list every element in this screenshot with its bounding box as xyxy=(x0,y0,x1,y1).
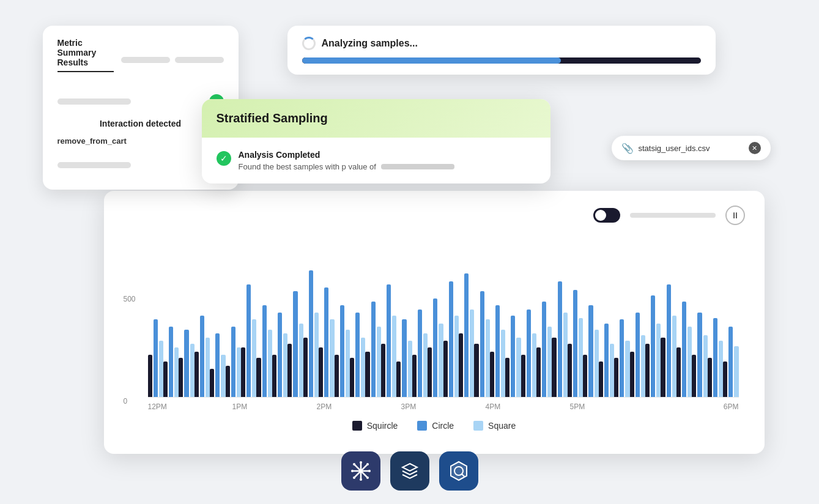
circle-bar xyxy=(697,313,702,397)
circle-bar xyxy=(262,305,267,397)
bar-group xyxy=(583,305,598,397)
squircle-swatch xyxy=(352,421,362,431)
loading-spinner xyxy=(302,37,316,50)
bar-group xyxy=(335,305,350,397)
bar-group xyxy=(645,295,661,397)
x-axis-label: 2PM xyxy=(317,402,401,411)
analyzing-card: Analyzing samples... xyxy=(287,26,716,75)
stratified-card: Stratified Sampling ✓ Analysis Completed… xyxy=(202,99,550,183)
circle-label: Circle xyxy=(432,421,454,431)
circle-bar xyxy=(278,313,282,397)
squircle-bar xyxy=(226,366,230,397)
square-bar xyxy=(532,333,536,397)
circle-bar xyxy=(667,284,671,397)
pause-button[interactable]: ⏸ xyxy=(725,206,745,225)
bar-group xyxy=(210,333,225,397)
bar-group xyxy=(723,327,738,397)
close-file-button[interactable]: ✕ xyxy=(749,142,761,154)
squircle-bar xyxy=(661,338,665,397)
bar-group xyxy=(661,284,676,397)
interaction-detected-label: Interaction detected xyxy=(57,119,224,128)
circle-bar xyxy=(604,324,609,397)
stratified-body: ✓ Analysis Completed Found the best samp… xyxy=(202,138,550,183)
svg-point-6 xyxy=(360,478,362,481)
bar-group xyxy=(272,313,287,397)
snowflake-icon-button[interactable] xyxy=(341,451,380,491)
circle-bar xyxy=(387,284,391,397)
svg-point-11 xyxy=(366,463,369,465)
bar-group xyxy=(676,302,692,397)
circle-bar xyxy=(324,287,328,397)
squircle-bar xyxy=(459,333,463,397)
svg-point-5 xyxy=(360,461,362,464)
metric-card-title: Metric Summary Results xyxy=(57,38,114,72)
circle-bar xyxy=(495,305,500,397)
bar-group xyxy=(350,313,365,397)
square-bar xyxy=(237,347,241,397)
square-bar xyxy=(672,316,676,397)
circle-bar xyxy=(573,290,577,397)
square-bar xyxy=(330,319,334,397)
circle-bar xyxy=(558,281,562,397)
squircle-bar xyxy=(256,358,261,397)
square-bar xyxy=(734,346,738,397)
metric-row-1: ✓ xyxy=(57,89,224,114)
metric-placeholder-2 xyxy=(175,57,224,63)
progress-bar-background xyxy=(302,57,701,64)
squircle-bar xyxy=(303,338,308,397)
square-bar xyxy=(268,330,272,397)
circle-bar xyxy=(713,318,717,397)
analyzing-text: Analyzing samples... xyxy=(322,38,418,49)
p-value-bar xyxy=(381,164,454,169)
circle-bar xyxy=(527,309,531,397)
stratified-title: Stratified Sampling xyxy=(217,111,328,125)
squircle-bar xyxy=(474,344,478,397)
circle-bar xyxy=(355,313,360,397)
hexagon-q-icon-button[interactable] xyxy=(439,451,478,491)
bar-group xyxy=(303,270,319,397)
circle-bar xyxy=(511,316,515,397)
square-bar xyxy=(516,338,521,397)
layers-icon-button[interactable] xyxy=(390,451,429,491)
square-bar xyxy=(610,344,614,397)
circle-bar xyxy=(402,319,406,397)
bar-group xyxy=(443,281,459,397)
squircle-bar xyxy=(568,344,572,397)
circle-bar xyxy=(636,313,640,397)
chart-legend: Squircle Circle Square xyxy=(124,421,745,431)
x-axis-label: 5PM xyxy=(570,402,654,411)
circle-bar xyxy=(215,333,220,397)
squircle-bar xyxy=(645,344,650,397)
squircle-bar xyxy=(210,369,214,397)
svg-marker-13 xyxy=(402,464,417,471)
metric-row1-placeholder xyxy=(57,98,131,105)
square-bar xyxy=(656,324,661,397)
legend-squircle: Squircle xyxy=(352,421,398,431)
square-bar xyxy=(361,338,365,397)
chart-slider[interactable] xyxy=(630,213,716,218)
x-axis-label: 6PM xyxy=(654,402,739,411)
square-bar xyxy=(687,327,692,397)
circle-bar xyxy=(371,302,376,397)
bar-group xyxy=(256,305,272,397)
toggle-switch[interactable] xyxy=(593,208,620,223)
bar-group xyxy=(490,305,505,397)
bar-group xyxy=(552,281,567,397)
squircle-bar xyxy=(583,355,587,397)
square-bar xyxy=(470,309,474,397)
squircle-bar xyxy=(287,344,292,397)
circle-bar xyxy=(682,302,686,397)
circle-bar xyxy=(340,305,344,397)
progress-bar-fill xyxy=(302,57,561,64)
squircle-bar xyxy=(505,358,510,397)
circle-bar xyxy=(200,316,204,397)
x-axis-label: 4PM xyxy=(486,402,570,411)
square-bar xyxy=(190,344,195,397)
circle-bar xyxy=(464,273,469,397)
circle-bar xyxy=(542,302,546,397)
square-bar xyxy=(159,341,163,397)
square-bar xyxy=(423,333,428,397)
square-bar xyxy=(346,330,350,397)
square-bar xyxy=(314,313,319,397)
square-bar xyxy=(501,330,505,397)
